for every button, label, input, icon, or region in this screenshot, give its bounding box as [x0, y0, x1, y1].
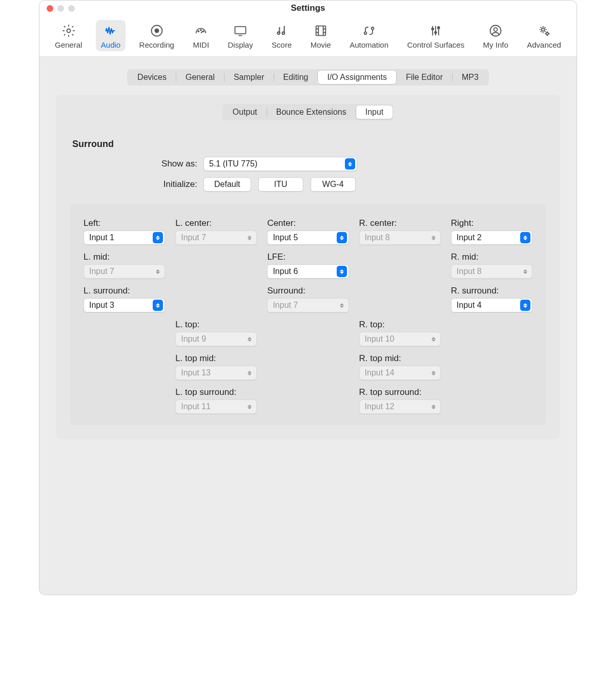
channel-label-l-surround: L. surround:: [84, 286, 165, 296]
channel-label-l-top-mid: L. top mid:: [175, 353, 257, 364]
updown-icon: [337, 232, 347, 243]
channel-select-l-surround[interactable]: Input 3: [84, 298, 165, 312]
initialize-default-button[interactable]: Default: [203, 177, 251, 192]
movie-icon: [313, 23, 328, 38]
channel-value: Input 13: [181, 368, 211, 377]
channel-select-l-top: Input 9: [175, 332, 257, 346]
channel-select-right[interactable]: Input 2: [451, 230, 532, 245]
channel-assignments-panel: Left:Input 1L. center:Input 7Center:Inpu…: [70, 204, 546, 425]
tab-mp3[interactable]: MP3: [453, 71, 488, 84]
channel-label-r-mid: R. mid:: [451, 252, 532, 262]
updown-icon: [244, 232, 255, 243]
zoom-window-button[interactable]: [68, 5, 75, 12]
tab-editing[interactable]: Editing: [274, 71, 318, 84]
updown-icon: [153, 266, 163, 277]
channel-select-l-top-surround: Input 11: [175, 399, 257, 414]
channel-cell: L. top mid:Input 13: [175, 350, 257, 380]
tab-i-o-assignments[interactable]: I/O Assignments: [318, 71, 396, 84]
channel-cell: Surround:Input 7: [267, 283, 348, 312]
channel-value: Input 2: [457, 233, 482, 242]
updown-icon: [428, 333, 439, 345]
svg-point-24: [435, 32, 437, 34]
settings-body: DevicesGeneralSamplerEditingI/O Assignme…: [39, 57, 577, 595]
tab-file-editor[interactable]: File Editor: [397, 71, 452, 84]
close-window-button[interactable]: [47, 5, 53, 12]
toolbar-item-midi[interactable]: MIDI: [188, 20, 214, 51]
traffic-lights: [47, 5, 75, 12]
toolbar-item-my-info[interactable]: My Info: [478, 20, 514, 51]
toolbar-item-control-surfaces[interactable]: Control Surfaces: [402, 20, 469, 51]
channel-select-center[interactable]: Input 5: [267, 230, 348, 245]
channel-value: Input 3: [89, 301, 114, 310]
channel-select-r-top-surround: Input 12: [359, 399, 441, 414]
toolbar-item-automation[interactable]: Automation: [344, 20, 394, 51]
svg-point-27: [494, 28, 498, 31]
channel-label-r-center: R. center:: [359, 218, 441, 228]
initialize-itu-button[interactable]: ITU: [258, 177, 303, 192]
initialize-row: Initialize: DefaultITUWG-4: [70, 177, 546, 192]
channel-label-center: Center:: [267, 218, 348, 228]
channel-cell: R. surround:Input 4: [451, 283, 532, 312]
channel-value: Input 1: [89, 233, 114, 242]
channel-cell: L. center:Input 7: [175, 215, 257, 245]
initialize-wg-4-button[interactable]: WG-4: [311, 177, 356, 192]
toolbar-item-label: Score: [272, 40, 292, 49]
toolbar-item-audio[interactable]: Audio: [96, 20, 126, 51]
svg-point-25: [438, 27, 440, 29]
channel-value: Input 7: [273, 301, 298, 310]
subtab-output[interactable]: Output: [223, 106, 266, 119]
channel-cell: R. mid:Input 8: [451, 249, 532, 279]
toolbar-item-recording[interactable]: Recording: [134, 20, 179, 51]
channel-select-surround: Input 7: [267, 298, 348, 312]
channel-label-l-mid: L. mid:: [84, 252, 165, 262]
midi-icon: [193, 23, 209, 38]
channel-select-r-mid: Input 8: [451, 264, 532, 279]
minimize-window-button[interactable]: [57, 5, 64, 12]
tab-sampler[interactable]: Sampler: [224, 71, 274, 84]
subtab-bounce-extensions[interactable]: Bounce Extensions: [267, 106, 356, 119]
display-icon: [233, 23, 248, 38]
tab-devices[interactable]: Devices: [128, 71, 176, 84]
advanced-icon: [537, 23, 552, 38]
toolbar-item-movie[interactable]: Movie: [305, 20, 336, 51]
show-as-select[interactable]: 5.1 (ITU 775): [203, 157, 357, 171]
control-surfaces-icon: [428, 23, 443, 38]
channel-select-l-center: Input 7: [175, 230, 257, 245]
channel-cell: L. mid:Input 7: [84, 249, 165, 279]
channel-value: Input 11: [181, 402, 211, 411]
updown-icon: [428, 367, 439, 378]
channel-select-left[interactable]: Input 1: [84, 230, 165, 245]
show-as-label: Show as:: [70, 159, 203, 169]
channel-cell: Center:Input 5: [267, 215, 348, 245]
tab-general[interactable]: General: [176, 71, 224, 84]
channel-value: Input 12: [365, 402, 395, 411]
channel-value: Input 10: [365, 334, 395, 344]
toolbar-item-advanced[interactable]: Advanced: [522, 20, 566, 51]
window-title: Settings: [39, 3, 577, 13]
toolbar-item-score[interactable]: Score: [266, 20, 297, 51]
channel-select-l-top-mid: Input 13: [175, 366, 257, 380]
toolbar-item-label: Audio: [101, 40, 120, 49]
channel-select-r-top: Input 10: [359, 332, 441, 346]
channel-select-r-surround[interactable]: Input 4: [451, 298, 532, 312]
recording-icon: [149, 23, 165, 38]
channel-cell: R. top:Input 10: [359, 317, 441, 346]
channel-value: Input 4: [457, 301, 482, 310]
channel-label-r-top: R. top:: [359, 320, 441, 330]
channel-cell: R. center:Input 8: [359, 215, 441, 245]
initialize-label: Initialize:: [70, 179, 203, 190]
channel-select-lfe[interactable]: Input 6: [267, 264, 348, 279]
updown-icon: [153, 232, 163, 243]
updown-icon: [345, 158, 355, 170]
svg-rect-7: [235, 27, 246, 34]
my-info-icon: [488, 23, 503, 38]
channel-value: Input 7: [89, 267, 114, 276]
toolbar-item-general[interactable]: General: [50, 20, 87, 51]
toolbar-item-label: MIDI: [193, 40, 209, 49]
toolbar-item-label: Recording: [139, 40, 174, 49]
channel-label-r-top-mid: R. top mid:: [359, 353, 441, 364]
titlebar: Settings: [39, 1, 577, 16]
toolbar-item-display[interactable]: Display: [222, 20, 258, 51]
settings-window: Settings GeneralAudioRecordingMIDIDispla…: [39, 0, 577, 595]
subtab-input[interactable]: Input: [356, 106, 393, 119]
